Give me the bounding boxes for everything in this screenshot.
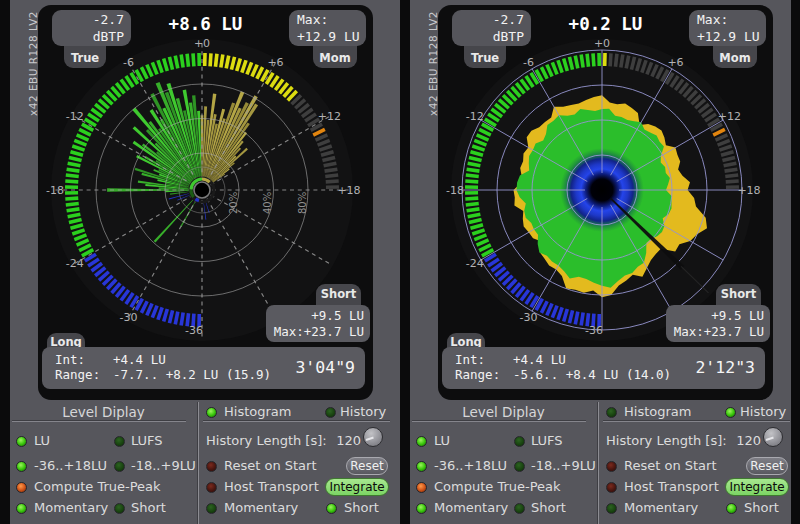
ring-short-option[interactable]: Short: [131, 500, 166, 515]
host-transport-led[interactable]: [206, 482, 217, 493]
scale-tick-label: +12: [718, 110, 741, 123]
momentary-mode-tab: Mom: [313, 46, 357, 68]
range-18-9-option[interactable]: -18..+9LU: [131, 458, 196, 473]
integrate-button[interactable]: Integrate: [325, 478, 389, 496]
history-length-knob[interactable]: [763, 427, 783, 447]
mode-history-led[interactable]: [725, 407, 736, 418]
ring-led-segment: [575, 312, 578, 325]
unit-lu-option[interactable]: LU: [434, 433, 450, 448]
scale-tick-label: +6: [267, 56, 283, 69]
ring-momentary-led[interactable]: [16, 503, 27, 514]
range-18-9-led[interactable]: [514, 461, 525, 472]
mode-histogram-led[interactable]: [206, 407, 217, 418]
integrated-label: Int:: [455, 352, 485, 367]
st-momentary-option[interactable]: Momentary: [224, 500, 298, 515]
ring-momentary-option[interactable]: Momentary: [34, 500, 108, 515]
true-peak-mode-tab: True: [464, 46, 506, 68]
st-momentary-led[interactable]: [206, 503, 217, 514]
window-edge-strip-right: [791, 0, 800, 524]
range-36-18-option[interactable]: -36..+18LU: [434, 458, 507, 473]
range-36-18-led[interactable]: [16, 461, 27, 472]
host-transport-led[interactable]: [606, 482, 617, 493]
short-term-box: +9.5 LUMax:+23.7 LU: [666, 305, 770, 342]
range-18-9-led[interactable]: [114, 461, 125, 472]
ring-short-option[interactable]: Short: [531, 500, 566, 515]
scale-tick-label: -18: [46, 184, 64, 197]
st-short-option[interactable]: Short: [344, 500, 379, 515]
compute-true-peak-option[interactable]: Compute True-Peak: [434, 479, 561, 494]
st-short-option[interactable]: Short: [744, 500, 779, 515]
ring-led-segment: [65, 198, 78, 199]
reset-on-start-led[interactable]: [206, 461, 217, 472]
unit-lu-option[interactable]: LU: [34, 433, 50, 448]
divider-light-line: [198, 402, 199, 524]
host-transport-option[interactable]: Host Transport: [624, 479, 719, 494]
scale-tick-label: -36: [185, 324, 203, 337]
unit-lufs-led[interactable]: [514, 436, 525, 447]
meter-line: [766, 438, 774, 441]
ring-momentary-option[interactable]: Momentary: [434, 500, 508, 515]
history-length-label: History Length [s]:: [206, 433, 327, 448]
mode-history-option[interactable]: History: [340, 404, 386, 419]
short-term-value: +9.5 LU: [666, 308, 764, 324]
ring-led-segment: [175, 312, 178, 325]
ring-led-segment: [465, 181, 478, 182]
ring-led-segment: [621, 55, 623, 68]
st-short-led[interactable]: [326, 503, 337, 514]
short-term-max: Max:+23.7 LU: [266, 324, 364, 340]
mode-histogram-led[interactable]: [606, 407, 617, 418]
unit-lu-led[interactable]: [16, 436, 27, 447]
level-display-section-title: Level Diplay: [10, 404, 197, 420]
history-length-label: History Length [s]:: [606, 433, 727, 448]
range-36-18-option[interactable]: -36..+18LU: [34, 458, 107, 473]
range-label: Range:: [455, 367, 500, 382]
reset-button[interactable]: Reset: [746, 457, 788, 475]
ring-led-segment: [175, 56, 178, 69]
separator-line: [412, 420, 586, 422]
ring-led-segment: [593, 53, 594, 66]
ring-led-segment: [724, 163, 737, 166]
separator-line: [603, 420, 790, 422]
column-divider: [197, 402, 199, 524]
unit-lufs-led[interactable]: [114, 436, 125, 447]
range-value: -7.7.. +8.2 LU (15.9): [113, 367, 271, 382]
meter-circle: [194, 182, 210, 198]
ring-led-segment: [65, 181, 78, 182]
range-row: Range:-5.6.. +8.4 LU (14.0): [455, 367, 500, 382]
ring-led-segment: [581, 55, 583, 68]
scale-tick-label: -24: [466, 257, 484, 270]
st-momentary-led[interactable]: [606, 503, 617, 514]
integrate-button[interactable]: Integrate: [725, 478, 789, 496]
mode-histogram-option[interactable]: Histogram: [224, 404, 291, 419]
st-momentary-option[interactable]: Momentary: [624, 500, 698, 515]
ring-momentary-led[interactable]: [416, 503, 427, 514]
st-short-led[interactable]: [726, 503, 737, 514]
ring-led-segment: [325, 169, 338, 171]
unit-lufs-option[interactable]: LUFS: [531, 433, 563, 448]
scale-tick-label: -6: [523, 56, 534, 69]
compute-true-peak-led[interactable]: [16, 482, 27, 493]
ring-led-segment: [326, 181, 339, 182]
reset-on-start-option[interactable]: Reset on Start: [224, 458, 317, 473]
compute-true-peak-option[interactable]: Compute True-Peak: [34, 479, 161, 494]
host-transport-option[interactable]: Host Transport: [224, 479, 319, 494]
reset-on-start-option[interactable]: Reset on Start: [624, 458, 717, 473]
ring-led-segment: [68, 214, 81, 217]
integration-time: 2'12"3: [695, 358, 755, 377]
compute-true-peak-led[interactable]: [416, 482, 427, 493]
integrated-value: +4.4 LU: [513, 352, 566, 367]
scale-tick-label: +0: [194, 37, 210, 50]
history-length-knob[interactable]: [363, 427, 383, 447]
mode-histogram-option[interactable]: Histogram: [624, 404, 691, 419]
ring-short-led[interactable]: [114, 503, 125, 514]
integrated-loudness-box: Int:+4.4 LURange:-7.7.. +8.2 LU (15.9)3'…: [42, 347, 365, 389]
range-36-18-led[interactable]: [416, 461, 427, 472]
unit-lufs-option[interactable]: LUFS: [131, 433, 163, 448]
reset-button[interactable]: Reset: [346, 457, 388, 475]
range-18-9-option[interactable]: -18..+9LU: [531, 458, 596, 473]
reset-on-start-led[interactable]: [606, 461, 617, 472]
unit-lu-led[interactable]: [416, 436, 427, 447]
mode-history-option[interactable]: History: [740, 404, 786, 419]
mode-history-led[interactable]: [325, 407, 336, 418]
ring-short-led[interactable]: [514, 503, 525, 514]
